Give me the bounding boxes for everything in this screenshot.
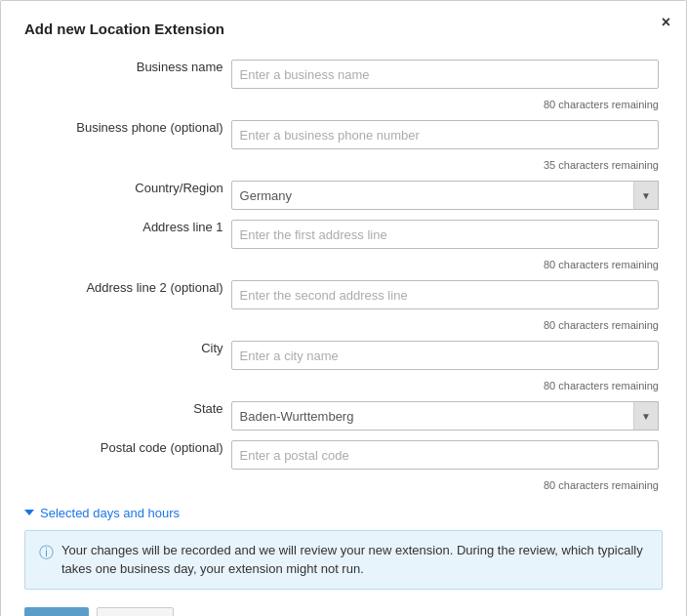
business-phone-input[interactable] (231, 120, 659, 149)
address-line-2-label: Address line 2 (optional) (24, 275, 227, 314)
add-location-extension-dialog: × Add new Location Extension Business na… (0, 0, 687, 616)
address-line-1-field-cell (227, 215, 663, 254)
business-name-field-cell (227, 55, 663, 94)
country-region-label: Country/Region (24, 176, 227, 215)
days-hours-row: Selected days and hours (24, 504, 663, 520)
address-line-1-label: Address line 1 (24, 215, 227, 254)
dialog-title: Add new Location Extension (24, 21, 663, 37)
city-field-cell (227, 336, 663, 375)
days-hours-label: Selected days and hours (40, 506, 180, 520)
city-char-count: 80 characters remaining (227, 375, 663, 396)
state-label: State (24, 396, 227, 435)
country-region-select-wrapper: Germany United States France Italy Spain… (231, 181, 659, 210)
days-hours-link[interactable]: Selected days and hours (24, 506, 180, 520)
country-region-select[interactable]: Germany United States France Italy Spain (231, 181, 659, 210)
business-phone-field-cell (227, 115, 663, 154)
address-line-2-field-cell (227, 275, 663, 314)
address-line-2-char-count: 80 characters remaining (227, 314, 663, 336)
country-region-field-cell: Germany United States France Italy Spain… (227, 176, 663, 215)
address-line-1-input[interactable] (231, 220, 659, 249)
state-select-wrapper: Baden-Wurttemberg Bavaria Berlin Branden… (231, 401, 659, 431)
business-phone-char-count: 35 characters remaining (227, 154, 663, 176)
business-name-char-count: 80 characters remaining (227, 94, 663, 115)
save-button[interactable]: Save (24, 607, 89, 617)
business-name-label: Business name (24, 55, 227, 94)
chevron-down-icon (24, 510, 34, 515)
city-label: City (24, 336, 227, 375)
postal-code-label: Postal code (optional) (24, 435, 227, 474)
business-name-input[interactable] (231, 60, 659, 89)
info-box: ⓘ Your changes will be recorded and we w… (24, 530, 663, 590)
city-input[interactable] (231, 341, 659, 370)
form-table: Business name 80 characters remaining Bu… (24, 55, 663, 496)
button-row: Save Cancel (24, 607, 663, 617)
close-button[interactable]: × (662, 15, 670, 30)
state-field-cell: Baden-Wurttemberg Bavaria Berlin Branden… (227, 396, 663, 435)
business-phone-label: Business phone (optional) (24, 115, 227, 154)
info-icon: ⓘ (39, 542, 54, 564)
state-select[interactable]: Baden-Wurttemberg Bavaria Berlin Branden… (231, 401, 659, 431)
postal-code-char-count: 80 characters remaining (227, 474, 663, 496)
info-box-text: Your changes will be recorded and we wil… (61, 541, 648, 579)
address-line-1-char-count: 80 characters remaining (227, 254, 663, 275)
address-line-2-input[interactable] (231, 280, 659, 309)
cancel-button[interactable]: Cancel (97, 607, 173, 617)
postal-code-field-cell (227, 435, 663, 474)
postal-code-input[interactable] (231, 440, 659, 470)
